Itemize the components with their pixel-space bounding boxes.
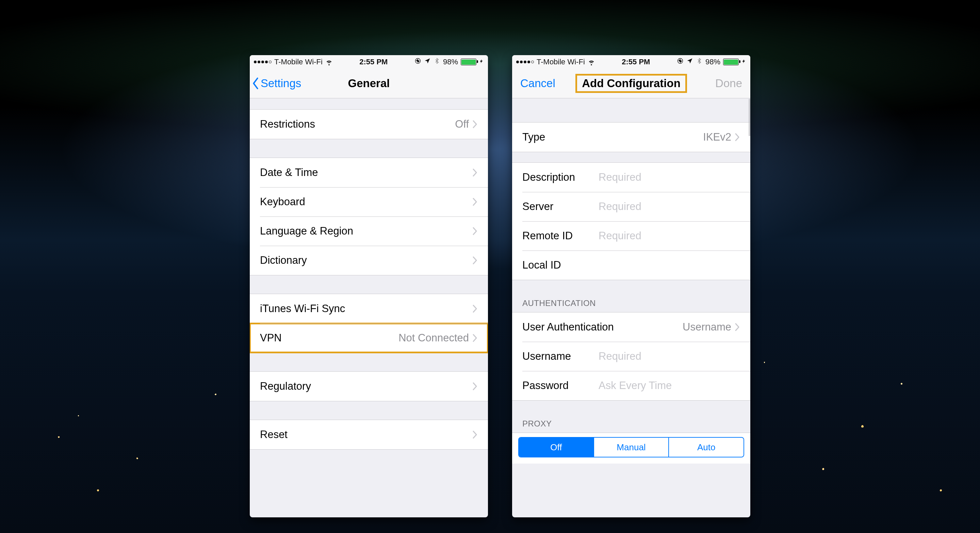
proxy-section-header: PROXY bbox=[512, 419, 750, 433]
carrier-label: T-Mobile Wi-Fi bbox=[537, 57, 585, 66]
username-input[interactable] bbox=[598, 350, 740, 363]
carrier-label: T-Mobile Wi-Fi bbox=[274, 57, 323, 66]
back-label: Settings bbox=[261, 77, 301, 90]
cancel-button[interactable]: Cancel bbox=[520, 69, 555, 98]
compass-icon bbox=[414, 57, 421, 66]
row-label: Reset bbox=[260, 428, 328, 441]
charging-bolt-icon bbox=[479, 57, 484, 66]
row-label: Password bbox=[522, 380, 590, 392]
clock-label: 2:55 PM bbox=[622, 57, 650, 66]
chevron-right-icon bbox=[735, 133, 740, 142]
row-regulatory[interactable]: Regulatory bbox=[250, 372, 488, 401]
phone-add-vpn-config: T-Mobile Wi-Fi 2:55 PM 98% Cancel Add Co… bbox=[512, 55, 750, 517]
row-label: Local ID bbox=[522, 259, 590, 271]
done-button[interactable]: Done bbox=[715, 69, 742, 98]
row-restrictions[interactable]: Restrictions Off bbox=[250, 110, 488, 139]
chevron-right-icon bbox=[472, 256, 478, 265]
signal-dots-icon bbox=[254, 60, 272, 63]
chevron-right-icon bbox=[472, 430, 478, 439]
chevron-right-icon bbox=[472, 304, 478, 313]
row-password[interactable]: Password bbox=[512, 371, 750, 400]
wifi-icon bbox=[325, 58, 333, 66]
page-title: Add Configuration bbox=[577, 76, 685, 91]
remote-id-input[interactable] bbox=[598, 229, 740, 242]
battery-pct-label: 98% bbox=[705, 57, 721, 66]
row-label: Description bbox=[522, 171, 590, 183]
battery-icon bbox=[723, 59, 739, 65]
row-label: Regulatory bbox=[260, 380, 328, 393]
wallpaper-lights bbox=[0, 0, 980, 533]
proxy-seg-off[interactable]: Off bbox=[519, 438, 593, 457]
location-icon bbox=[686, 57, 693, 66]
bluetooth-icon bbox=[696, 57, 703, 66]
row-label: Date & Time bbox=[260, 166, 328, 179]
chevron-right-icon bbox=[472, 197, 478, 206]
row-value: Username bbox=[682, 321, 731, 333]
chevron-right-icon bbox=[472, 227, 478, 235]
chevron-right-icon bbox=[472, 168, 478, 177]
chevron-right-icon bbox=[472, 120, 478, 129]
clock-label: 2:55 PM bbox=[360, 57, 388, 66]
row-keyboard[interactable]: Keyboard bbox=[250, 187, 488, 216]
row-server[interactable]: Server bbox=[512, 192, 750, 221]
signal-dots-icon bbox=[516, 60, 534, 63]
row-label: Keyboard bbox=[260, 196, 328, 208]
proxy-segmented-control[interactable]: Off Manual Auto bbox=[518, 437, 744, 457]
wifi-icon bbox=[588, 58, 595, 66]
proxy-seg-manual[interactable]: Manual bbox=[593, 438, 669, 457]
battery-pct-label: 98% bbox=[443, 57, 458, 66]
row-label: Dictionary bbox=[260, 254, 328, 266]
phone-general-settings: T-Mobile Wi-Fi 2:55 PM 98% Settings Gene… bbox=[250, 55, 488, 517]
compass-icon bbox=[677, 57, 684, 66]
chevron-right-icon bbox=[472, 334, 478, 342]
row-label: VPN bbox=[260, 332, 328, 344]
row-value: IKEv2 bbox=[703, 131, 731, 143]
row-value: Off bbox=[455, 118, 469, 130]
local-id-input[interactable] bbox=[598, 259, 740, 272]
charging-bolt-icon bbox=[741, 57, 746, 66]
page-title: General bbox=[348, 77, 390, 90]
row-date-time[interactable]: Date & Time bbox=[250, 158, 488, 187]
row-label: Remote ID bbox=[522, 230, 590, 242]
row-local-id[interactable]: Local ID bbox=[512, 250, 750, 280]
status-bar: T-Mobile Wi-Fi 2:55 PM 98% bbox=[250, 55, 488, 69]
row-value: Not Connected bbox=[398, 332, 469, 344]
status-bar: T-Mobile Wi-Fi 2:55 PM 98% bbox=[512, 55, 750, 69]
description-input[interactable] bbox=[598, 171, 740, 184]
auth-section-header: AUTHENTICATION bbox=[512, 299, 750, 312]
row-label: Restrictions bbox=[260, 118, 328, 130]
row-username[interactable]: Username bbox=[512, 342, 750, 371]
row-label: Username bbox=[522, 350, 590, 363]
nav-bar: Cancel Add Configuration Done bbox=[512, 69, 750, 99]
chevron-right-icon bbox=[735, 323, 740, 331]
row-label: Server bbox=[522, 200, 590, 213]
row-remote-id[interactable]: Remote ID bbox=[512, 221, 750, 250]
nav-bar: Settings General bbox=[250, 69, 488, 99]
chevron-right-icon bbox=[472, 382, 478, 391]
row-label: User Authentication bbox=[522, 321, 631, 333]
row-dictionary[interactable]: Dictionary bbox=[250, 246, 488, 275]
row-language-region[interactable]: Language & Region bbox=[250, 216, 488, 246]
back-button[interactable]: Settings bbox=[252, 69, 301, 98]
password-input[interactable] bbox=[598, 379, 740, 392]
row-label: Language & Region bbox=[260, 225, 353, 237]
bluetooth-icon bbox=[434, 57, 440, 66]
row-description[interactable]: Description bbox=[512, 163, 750, 192]
row-vpn[interactable]: VPN Not Connected bbox=[250, 323, 488, 353]
row-vpn-type[interactable]: Type IKEv2 bbox=[512, 123, 750, 152]
row-label: Type bbox=[522, 131, 590, 143]
server-input[interactable] bbox=[598, 200, 740, 213]
row-reset[interactable]: Reset bbox=[250, 420, 488, 449]
battery-icon bbox=[461, 59, 476, 65]
row-itunes-wifi-sync[interactable]: iTunes Wi-Fi Sync bbox=[250, 294, 488, 323]
row-user-authentication[interactable]: User Authentication Username bbox=[512, 312, 750, 342]
row-label: iTunes Wi-Fi Sync bbox=[260, 302, 345, 315]
location-icon bbox=[424, 57, 431, 66]
proxy-seg-auto[interactable]: Auto bbox=[668, 438, 743, 457]
